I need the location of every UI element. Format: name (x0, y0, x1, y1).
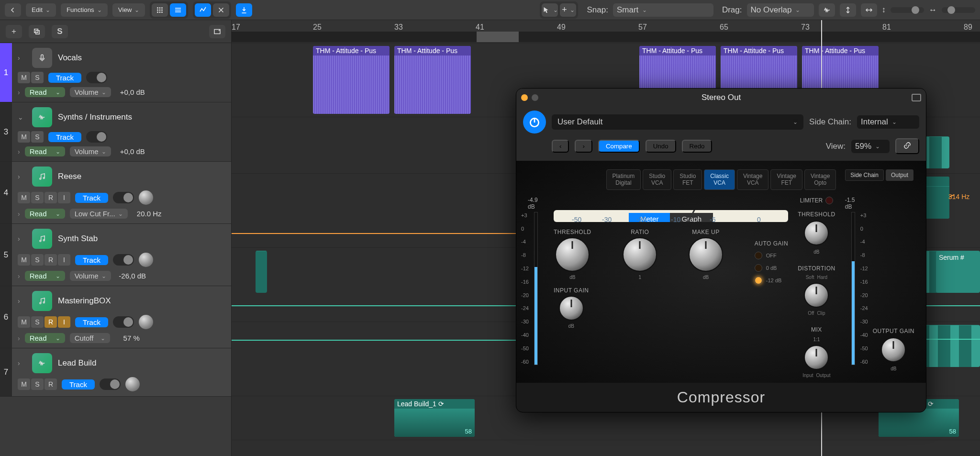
automation-param-dropdown[interactable]: Volume⌄ (70, 146, 111, 156)
track-number[interactable]: 7 (0, 348, 12, 396)
track-toggle[interactable] (100, 378, 121, 390)
ratio-knob[interactable] (623, 237, 657, 272)
track-header[interactable]: ⌄Synths / InstrumentsMSTrack›Read⌄Volume… (12, 102, 231, 161)
compressor-type-tab[interactable]: PlatinumDigital (606, 169, 641, 190)
s-button[interactable]: S (31, 192, 44, 203)
r-button[interactable]: R (45, 254, 57, 266)
track-header[interactable]: ›ReeseMSRITrack›Read⌄Low Cut Fr...⌄20.0 … (12, 162, 231, 223)
automation-param-dropdown[interactable]: Low Cut Fr...⌄ (70, 209, 128, 219)
i-button[interactable]: I (58, 254, 70, 266)
compressor-type-tab[interactable]: VintageFET (770, 169, 802, 190)
audio-region[interactable]: THM - Attitude - Pus (313, 46, 390, 114)
m-button[interactable]: M (18, 378, 30, 390)
track-toggle[interactable] (113, 192, 134, 203)
preset-dropdown[interactable]: User Default⌄ (552, 114, 803, 130)
view-menu[interactable]: View⌄ (112, 3, 145, 17)
automation-mode-badge[interactable]: Track (48, 73, 81, 83)
automation-param-dropdown[interactable]: Volume⌄ (70, 271, 111, 281)
track-header[interactable]: ›MasteringBOXMSRITrack›Read⌄Cutoff⌄57 % (12, 286, 231, 348)
track-header[interactable]: ›VocalsMSTrack›Read⌄Volume⌄+0,0 dB (12, 43, 231, 102)
automation-mode-badge[interactable]: Track (62, 379, 95, 389)
disclosure-triangle[interactable]: › (18, 297, 26, 305)
track-header[interactable]: ›Synth StabMSRITrack›Read⌄Volume⌄-26,0 d… (12, 224, 231, 286)
arrange-area[interactable]: 17253341495765738189 THM - Attitude - Pu… (232, 20, 980, 456)
compressor-type-tab[interactable]: VintageVCA (737, 169, 768, 190)
global-solo-button[interactable]: S (52, 25, 68, 38)
next-preset-button[interactable]: › (575, 140, 592, 153)
automation-value[interactable]: 20.0 Hz (133, 210, 166, 218)
sidechain-tab[interactable]: Side Chain (845, 169, 884, 181)
i-button[interactable]: I (58, 316, 70, 328)
grid-view-button[interactable] (152, 3, 168, 17)
track-toggle[interactable] (86, 72, 107, 83)
m-button[interactable]: M (18, 192, 30, 203)
window-traffic-lights[interactable] (521, 94, 538, 101)
vertical-zoom-button[interactable] (840, 3, 856, 17)
r-button[interactable]: R (45, 192, 57, 203)
automation-mode-badge[interactable]: Track (75, 255, 108, 265)
back-arrow-button[interactable] (5, 3, 21, 17)
automation-read-dropdown[interactable]: Read⌄ (25, 209, 65, 219)
automation-param-dropdown[interactable]: Cutoff⌄ (70, 333, 110, 343)
flex-toggle-button[interactable] (213, 3, 229, 17)
disclosure-triangle[interactable]: ⌄ (18, 113, 26, 121)
automation-value[interactable]: +0,0 dB (116, 147, 149, 156)
functions-menu[interactable]: Functions⌄ (61, 3, 108, 17)
add-track-button[interactable]: + (6, 25, 22, 38)
undo-button[interactable]: Undo (646, 140, 676, 153)
autogain-12-lamp[interactable] (755, 277, 762, 284)
plugin-titlebar[interactable]: Stereo Out (516, 89, 926, 107)
automation-mode-badge[interactable]: Track (48, 132, 81, 142)
vertical-zoom-slider[interactable] (891, 7, 924, 13)
automation-disclosure[interactable]: › (18, 89, 20, 96)
edit-menu[interactable]: Edit⌄ (26, 3, 56, 17)
autogain-off-lamp[interactable] (755, 252, 762, 259)
s-button[interactable]: S (31, 378, 44, 390)
automation-disclosure[interactable]: › (18, 272, 20, 280)
disclosure-triangle[interactable]: › (18, 173, 26, 180)
catch-playhead-button[interactable] (236, 3, 252, 17)
pan-knob[interactable] (139, 315, 153, 329)
link-button[interactable] (895, 138, 919, 154)
list-view-button[interactable] (170, 3, 186, 17)
makeup-knob[interactable] (689, 237, 723, 272)
timeline-ruler[interactable]: 17253341495765738189 (232, 20, 980, 43)
track-number[interactable]: 4 (0, 162, 12, 223)
automation-value[interactable]: 57 % (115, 334, 148, 342)
track-number[interactable]: 1 (0, 43, 12, 102)
compressor-type-tab[interactable]: ClassicVCA (704, 169, 735, 190)
automation-disclosure[interactable]: › (18, 148, 20, 156)
track-number[interactable]: 3 (0, 102, 12, 161)
m-button[interactable]: M (18, 254, 30, 266)
limiter-threshold-knob[interactable] (804, 221, 829, 245)
m-button[interactable]: M (18, 131, 30, 143)
input-gain-knob[interactable] (559, 296, 584, 321)
automation-read-dropdown[interactable]: Read⌄ (25, 146, 65, 156)
automation-mode-badge[interactable]: Track (75, 193, 108, 203)
track-import-button[interactable] (209, 25, 225, 38)
audio-region[interactable]: THM - Attitude - Pus (394, 46, 471, 114)
pan-knob[interactable] (139, 253, 153, 267)
s-button[interactable]: S (31, 254, 44, 266)
automation-value[interactable]: -26,0 dB (116, 272, 149, 280)
automation-toggle-button[interactable] (195, 3, 211, 17)
audio-region[interactable]: Lead Build_1 ⟳58 (394, 399, 475, 437)
track-header[interactable]: ›Lead BuildMSRTrack (12, 348, 231, 396)
disclosure-triangle[interactable]: › (18, 235, 26, 243)
redo-button[interactable]: Redo (682, 140, 713, 153)
meter-tab[interactable]: Meter (629, 213, 670, 222)
plugin-power-button[interactable] (523, 111, 546, 133)
side-chain-dropdown[interactable]: Internal⌄ (857, 115, 919, 129)
track-number[interactable]: 6 (0, 286, 12, 348)
m-button[interactable]: M (18, 316, 30, 328)
output-gain-knob[interactable] (881, 337, 906, 362)
threshold-knob[interactable] (555, 237, 590, 272)
s-button[interactable]: S (31, 72, 44, 83)
locator-strip[interactable] (232, 32, 980, 42)
i-button[interactable]: I (58, 192, 70, 203)
automation-value[interactable]: +0,0 dB (116, 88, 149, 96)
expand-icon[interactable] (912, 94, 921, 101)
automation-mode-badge[interactable]: Track (75, 317, 108, 327)
track-toggle[interactable] (113, 316, 134, 328)
disclosure-triangle[interactable]: › (18, 54, 26, 62)
